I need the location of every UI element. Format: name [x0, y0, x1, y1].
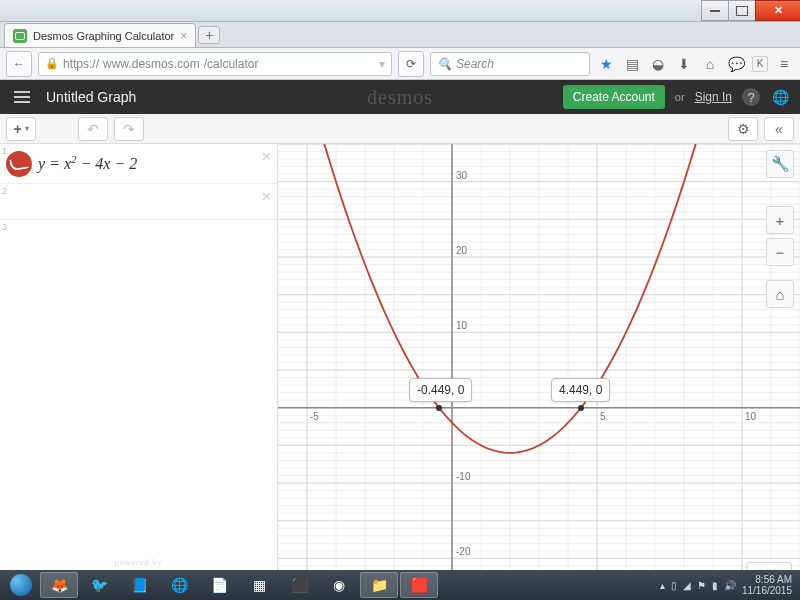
- tray-network-icon[interactable]: ◢: [683, 580, 691, 591]
- workspace: 1 y = x2 − 4x − 2 × 2 × 3 powered by des…: [0, 144, 800, 596]
- taskbar-app[interactable]: 📘: [120, 572, 158, 598]
- taskbar-app[interactable]: 🌐: [160, 572, 198, 598]
- wrench-button[interactable]: 🔧: [766, 150, 794, 178]
- expression-formula[interactable]: y = x2 − 4x − 2: [38, 153, 137, 173]
- url-prefix: https://: [63, 57, 99, 71]
- url-host: www.desmos.com: [103, 57, 200, 71]
- pocket-icon[interactable]: ◒: [648, 54, 668, 74]
- redo-button[interactable]: ↷: [114, 117, 144, 141]
- url-input[interactable]: 🔒 https://www.desmos.com/calculator ▾: [38, 52, 392, 76]
- graph-svg: -5510-20-10102030: [278, 144, 800, 596]
- taskbar-app[interactable]: ▦: [240, 572, 278, 598]
- point-label: -0.449, 0: [409, 378, 472, 402]
- lock-icon: 🔒: [45, 57, 59, 70]
- taskbar-app[interactable]: 🐦: [80, 572, 118, 598]
- window-titlebar: [0, 0, 800, 22]
- desmos-logo: desmos: [367, 86, 433, 109]
- dropdown-icon[interactable]: ▾: [379, 57, 385, 71]
- graph-title[interactable]: Untitled Graph: [46, 89, 136, 105]
- svg-text:10: 10: [745, 411, 757, 422]
- svg-text:-5: -5: [310, 411, 319, 422]
- taskbar-clock[interactable]: 8:56 AM 11/16/2015: [742, 574, 792, 596]
- menu-button[interactable]: [10, 87, 34, 107]
- expression-toolbar: + ↶ ↷ ⚙: [0, 114, 800, 144]
- graph-side-controls: 🔧 + − ⌂: [766, 150, 794, 308]
- extension-icon[interactable]: K: [752, 56, 768, 72]
- search-icon: 🔍: [437, 57, 452, 71]
- tray-battery-icon[interactable]: ▮: [712, 580, 718, 591]
- system-tray[interactable]: ▴ ▯ ◢ ⚑ ▮ 🔊 8:56 AM 11/16/2015: [660, 574, 796, 596]
- taskbar-app-firefox[interactable]: 🦊: [40, 572, 78, 598]
- taskbar-app-explorer[interactable]: 📁: [360, 572, 398, 598]
- help-icon[interactable]: ?: [742, 88, 760, 106]
- point-marker[interactable]: [578, 405, 584, 411]
- start-button[interactable]: [4, 571, 38, 599]
- delete-expression-icon[interactable]: ×: [262, 148, 271, 166]
- or-label: or: [675, 91, 685, 103]
- svg-text:20: 20: [456, 245, 468, 256]
- expression-row[interactable]: 3: [0, 220, 277, 240]
- search-placeholder: Search: [456, 57, 494, 71]
- window-maximize-button[interactable]: [728, 0, 756, 21]
- graph-settings-button[interactable]: ⚙: [728, 117, 758, 141]
- graph-canvas[interactable]: -5510-20-10102030 🔧 + − ⌂ ⌨ ▴ -0.449, 04…: [278, 144, 800, 596]
- expression-panel: 1 y = x2 − 4x − 2 × 2 × 3 powered by des…: [0, 144, 278, 596]
- menu-icon[interactable]: ≡: [774, 54, 794, 74]
- search-input[interactable]: 🔍 Search: [430, 52, 590, 76]
- tray-volume-icon[interactable]: 🔊: [724, 580, 736, 591]
- sign-in-link[interactable]: Sign In: [695, 90, 732, 104]
- taskbar-app-chrome[interactable]: ◉: [320, 572, 358, 598]
- add-expression-button[interactable]: +: [6, 117, 36, 141]
- windows-taskbar: 🦊 🐦 📘 🌐 📄 ▦ ⬛ ◉ 📁 🟥 ▴ ▯ ◢ ⚑ ▮ 🔊 8:56 AM …: [0, 570, 800, 600]
- svg-text:10: 10: [456, 320, 468, 331]
- home-zoom-button[interactable]: ⌂: [766, 280, 794, 308]
- expression-row[interactable]: 1 y = x2 − 4x − 2 ×: [0, 144, 277, 184]
- row-index: 1: [2, 146, 7, 156]
- svg-text:-10: -10: [456, 471, 471, 482]
- tray-chevron-icon[interactable]: ▴: [660, 580, 665, 591]
- url-path: /calculator: [204, 57, 259, 71]
- create-account-button[interactable]: Create Account: [563, 85, 665, 109]
- new-tab-button[interactable]: +: [198, 26, 220, 44]
- row-index: 3: [2, 222, 7, 232]
- bookmark-star-icon[interactable]: ★: [596, 54, 616, 74]
- row-index: 2: [2, 186, 7, 196]
- undo-button[interactable]: ↶: [78, 117, 108, 141]
- zoom-in-button[interactable]: +: [766, 206, 794, 234]
- back-button[interactable]: ←: [6, 51, 32, 77]
- favicon-icon: [13, 29, 27, 43]
- point-label: 4.449, 0: [551, 378, 610, 402]
- tab-close-icon[interactable]: ×: [180, 29, 187, 43]
- zoom-out-button[interactable]: −: [766, 238, 794, 266]
- window-close-button[interactable]: [755, 0, 800, 21]
- taskbar-app[interactable]: 🟥: [400, 572, 438, 598]
- language-icon[interactable]: [770, 87, 790, 107]
- delete-expression-icon[interactable]: ×: [262, 188, 271, 206]
- svg-text:5: 5: [600, 411, 606, 422]
- expression-row[interactable]: 2 ×: [0, 184, 277, 220]
- taskbar-app[interactable]: ⬛: [280, 572, 318, 598]
- browser-tabstrip: Desmos Graphing Calculator × +: [0, 22, 800, 48]
- home-icon[interactable]: ⌂: [700, 54, 720, 74]
- chat-icon[interactable]: 💬: [726, 54, 746, 74]
- taskbar-app[interactable]: 📄: [200, 572, 238, 598]
- tray-flag-icon[interactable]: ⚑: [697, 580, 706, 591]
- svg-text:-20: -20: [456, 546, 471, 557]
- browser-tab-active[interactable]: Desmos Graphing Calculator ×: [4, 23, 196, 47]
- tab-title: Desmos Graphing Calculator: [33, 30, 174, 42]
- reload-button[interactable]: ⟳: [398, 51, 424, 77]
- tray-action-center-icon[interactable]: ▯: [671, 580, 677, 591]
- expression-color-icon[interactable]: [6, 151, 32, 177]
- window-minimize-button[interactable]: [701, 0, 729, 21]
- svg-text:30: 30: [456, 170, 468, 181]
- point-marker[interactable]: [436, 405, 442, 411]
- downloads-icon[interactable]: ⬇: [674, 54, 694, 74]
- library-icon[interactable]: ▤: [622, 54, 642, 74]
- browser-toolbar: ← 🔒 https://www.desmos.com/calculator ▾ …: [0, 48, 800, 80]
- app-header: Untitled Graph desmos Create Account or …: [0, 80, 800, 114]
- collapse-panel-button[interactable]: [764, 117, 794, 141]
